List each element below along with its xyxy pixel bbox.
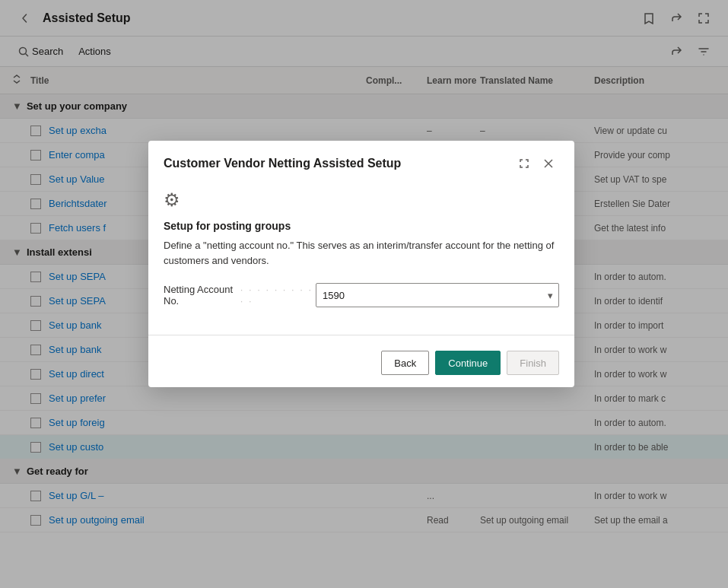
netting-account-control: 1590 1600 1700 ▾ xyxy=(316,283,559,307)
modal-header-actions xyxy=(513,153,559,174)
modal-header: Customer Vendor Netting Assisted Setup xyxy=(148,141,574,183)
finish-button: Finish xyxy=(507,351,559,375)
netting-label: Netting Account No. · · · · · · · · · · … xyxy=(164,284,316,307)
modal-description: Define a "netting account no." This serv… xyxy=(164,238,559,268)
netting-account-select[interactable]: 1590 1600 1700 xyxy=(316,283,559,307)
modal-expand-button[interactable] xyxy=(513,153,535,174)
modal-close-button[interactable] xyxy=(538,153,559,174)
modal-gear-area: ⚙ xyxy=(148,183,574,220)
modal-body: Define a "netting account no." This serv… xyxy=(148,238,574,329)
back-button[interactable]: Back xyxy=(381,351,429,375)
netting-dots: · · · · · · · · · · · xyxy=(240,284,316,307)
modal-footer: Back Continue Finish xyxy=(148,342,574,387)
modal-title: Customer Vendor Netting Assisted Setup xyxy=(164,157,513,170)
form-row-netting: Netting Account No. · · · · · · · · · · … xyxy=(164,283,559,307)
modal-dialog: Customer Vendor Netting Assisted Setup ⚙… xyxy=(148,141,574,387)
gear-icon: ⚙ xyxy=(164,189,180,210)
modal-divider xyxy=(148,335,574,335)
continue-button[interactable]: Continue xyxy=(435,351,501,375)
modal-section-title: Setup for posting groups xyxy=(148,220,574,238)
